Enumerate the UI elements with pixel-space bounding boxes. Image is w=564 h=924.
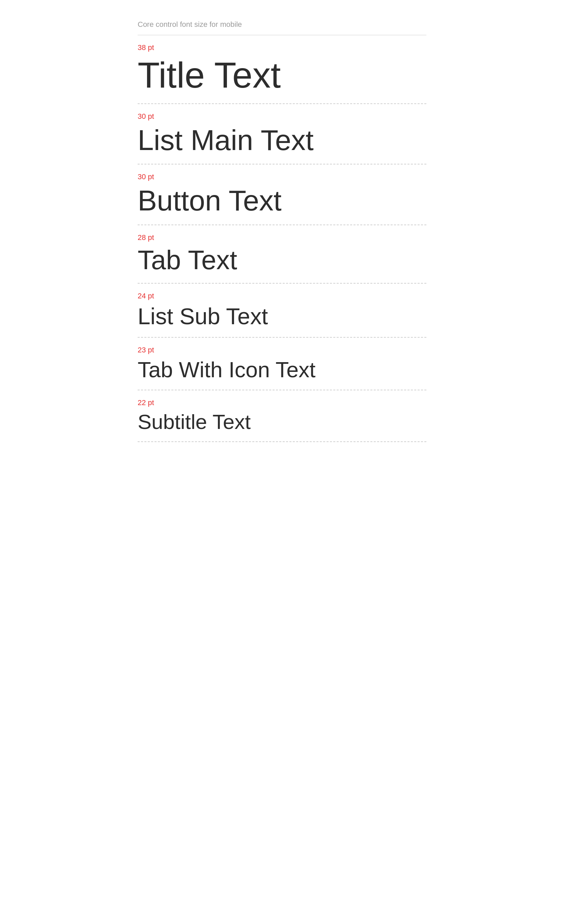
font-sample-title-text: Title Text <box>138 56 426 104</box>
font-entry-list-main-text: 30 ptList Main Text <box>138 104 426 165</box>
font-size-label-subtitle-text: 22 pt <box>138 398 426 407</box>
font-entries-list: 38 ptTitle Text30 ptList Main Text30 ptB… <box>138 35 426 442</box>
page-container: Core control font size for mobile 38 ptT… <box>138 0 426 442</box>
font-size-label-tab-with-icon-text: 23 pt <box>138 346 426 354</box>
font-entry-list-sub-text: 24 ptList Sub Text <box>138 284 426 338</box>
font-sample-list-main-text: List Main Text <box>138 124 426 164</box>
font-sample-subtitle-text: Subtitle Text <box>138 411 426 441</box>
page-header: Core control font size for mobile <box>138 20 426 35</box>
page-header-label: Core control font size for mobile <box>138 20 242 28</box>
font-size-label-button-text: 30 pt <box>138 172 426 181</box>
font-size-label-tab-text: 28 pt <box>138 233 426 242</box>
font-entry-button-text: 30 ptButton Text <box>138 165 426 225</box>
font-size-label-list-sub-text: 24 pt <box>138 292 426 300</box>
font-sample-button-text: Button Text <box>138 184 426 225</box>
font-size-label-title-text: 38 pt <box>138 43 426 52</box>
font-sample-tab-with-icon-text: Tab With Icon Text <box>138 358 426 390</box>
font-entry-title-text: 38 ptTitle Text <box>138 35 426 104</box>
font-sample-tab-text: Tab Text <box>138 245 426 283</box>
font-sample-list-sub-text: List Sub Text <box>138 304 426 337</box>
font-entry-tab-text: 28 ptTab Text <box>138 225 426 284</box>
font-size-label-list-main-text: 30 pt <box>138 112 426 121</box>
font-entry-subtitle-text: 22 ptSubtitle Text <box>138 390 426 442</box>
font-entry-tab-with-icon-text: 23 ptTab With Icon Text <box>138 338 426 391</box>
